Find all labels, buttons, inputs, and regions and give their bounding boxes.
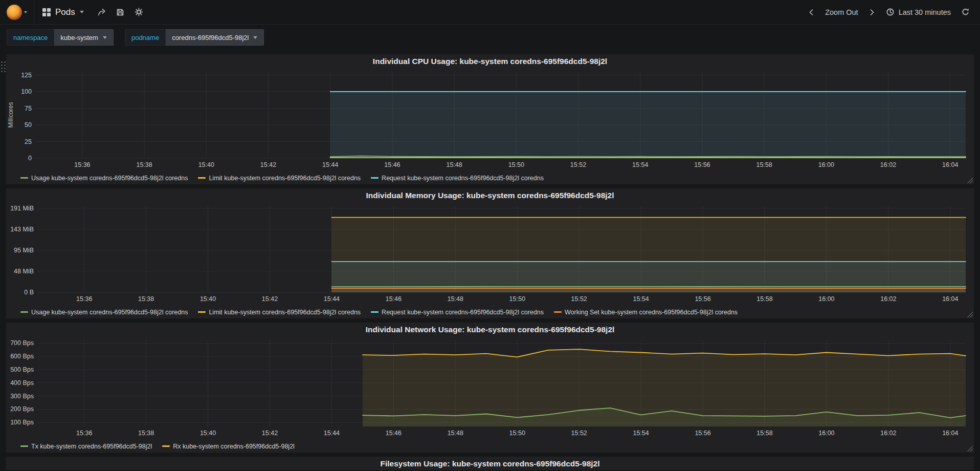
dashboard-settings-button[interactable] bbox=[129, 0, 148, 24]
time-range-label: Last 30 minutes bbox=[899, 8, 951, 16]
variable-namespace-value-dropdown[interactable]: kube-system bbox=[54, 29, 114, 46]
legend-series-color-icon bbox=[371, 177, 378, 179]
x-axis-tick-label: 16:04 bbox=[942, 430, 958, 437]
x-axis-tick-label: 15:36 bbox=[76, 295, 92, 303]
y-axis-tick-label: 95 MiB bbox=[14, 247, 34, 254]
panel-title[interactable]: Individual Memory Usage: kube-system cor… bbox=[6, 188, 974, 203]
legend-item[interactable]: Rx kube-system coredns-695f96dcd5-98j2l bbox=[162, 443, 295, 450]
x-axis-tick-label: 15:42 bbox=[262, 430, 278, 437]
legend-series-color-icon bbox=[371, 311, 378, 313]
x-axis-tick-label: 15:40 bbox=[200, 430, 216, 437]
legend-series-color-icon bbox=[20, 311, 28, 313]
top-nav-bar: Pods bbox=[0, 0, 980, 25]
legend-series-label: Limit kube-system coredns-695f96dcd5-98j… bbox=[209, 309, 361, 316]
chart-plot-area[interactable]: 15:3615:3815:4015:4215:4415:4615:4815:50… bbox=[6, 203, 974, 306]
y-axis-tick-label: 143 MiB bbox=[10, 226, 34, 233]
chevron-down-icon bbox=[253, 36, 257, 39]
nav-right-group: Zoom Out Last 30 minutes bbox=[803, 0, 975, 24]
grafana-main-menu-button[interactable] bbox=[0, 0, 34, 24]
time-range-picker-button[interactable]: Last 30 minutes bbox=[881, 0, 956, 24]
variable-namespace-label[interactable]: namespace bbox=[7, 29, 54, 46]
y-axis-tick-label: 100 bbox=[21, 88, 32, 95]
chart-plot-area[interactable]: 15:3615:3815:4015:4215:4415:4615:4815:50… bbox=[6, 69, 974, 172]
variable-podname-value: coredns-695f96dcd5-98j2l bbox=[172, 34, 249, 41]
x-axis-tick-label: 15:36 bbox=[76, 430, 92, 437]
chart-plot-area[interactable]: 15:3615:3815:4015:4215:4415:4615:4815:50… bbox=[6, 337, 974, 440]
x-axis-tick-label: 15:54 bbox=[632, 161, 648, 168]
dashboard-grid-icon bbox=[42, 8, 51, 16]
y-axis-tick-label: 125 bbox=[21, 72, 32, 79]
x-axis-tick-label: 15:38 bbox=[138, 295, 154, 303]
zoom-out-button[interactable]: Zoom Out bbox=[820, 0, 863, 24]
legend-series-color-icon bbox=[554, 311, 562, 313]
save-icon bbox=[116, 8, 124, 16]
x-axis-tick-label: 15:56 bbox=[695, 430, 710, 437]
legend-item[interactable]: Limit kube-system coredns-695f96dcd5-98j… bbox=[198, 175, 361, 182]
y-axis-tick-label: 0 B bbox=[24, 289, 34, 296]
y-axis-tick-label: 700 Bps bbox=[10, 339, 34, 347]
y-axis-tick-label: 600 Bps bbox=[10, 353, 34, 360]
legend-item[interactable]: Usage kube-system coredns-695f96dcd5-98j… bbox=[20, 309, 188, 316]
legend-series-label: Working Set kube-system coredns-695f96dc… bbox=[565, 309, 738, 316]
chart-legend: Usage kube-system coredns-695f96dcd5-98j… bbox=[6, 306, 974, 318]
x-axis-tick-label: 15:48 bbox=[448, 295, 463, 303]
y-axis-tick-label: 200 Bps bbox=[10, 405, 34, 413]
x-axis-tick-label: 15:48 bbox=[446, 161, 462, 168]
dashboard-picker-button[interactable]: Pods bbox=[34, 0, 92, 24]
share-dashboard-button[interactable] bbox=[92, 0, 111, 24]
panel-drag-handle[interactable] bbox=[1, 61, 6, 72]
y-axis-tick-label: 400 Bps bbox=[10, 379, 34, 387]
legend-item[interactable]: Request kube-system coredns-695f96dcd5-9… bbox=[371, 309, 544, 316]
variable-podname-value-dropdown[interactable]: coredns-695f96dcd5-98j2l bbox=[166, 29, 264, 46]
legend-item[interactable]: Limit kube-system coredns-695f96dcd5-98j… bbox=[198, 309, 361, 316]
x-axis-tick-label: 15:44 bbox=[322, 161, 338, 168]
legend-item[interactable]: Working Set kube-system coredns-695f96dc… bbox=[554, 309, 738, 316]
legend-series-label: Limit kube-system coredns-695f96dcd5-98j… bbox=[209, 175, 361, 182]
chevron-down-icon bbox=[24, 11, 27, 13]
x-axis-tick-label: 15:58 bbox=[756, 295, 772, 303]
time-shift-forward-button[interactable] bbox=[863, 0, 881, 24]
refresh-button[interactable] bbox=[956, 0, 975, 24]
graph-panel-3: Individual Network Usage: kube-system co… bbox=[6, 323, 974, 453]
y-axis-tick-label: 191 MiB bbox=[10, 205, 34, 212]
x-axis-tick-label: 15:58 bbox=[756, 161, 772, 168]
x-axis-tick-label: 15:38 bbox=[136, 161, 152, 168]
save-dashboard-button[interactable] bbox=[111, 0, 129, 24]
y-axis-title: Millicores bbox=[7, 102, 14, 127]
chart-legend: Tx kube-system coredns-695f96dcd5-98j2lR… bbox=[6, 440, 974, 453]
panel-resize-handle[interactable] bbox=[967, 312, 973, 317]
x-axis-tick-label: 16:00 bbox=[818, 161, 834, 168]
x-axis-tick-label: 15:56 bbox=[694, 161, 710, 168]
legend-series-color-icon bbox=[162, 445, 170, 447]
legend-item[interactable]: Request kube-system coredns-695f96dcd5-9… bbox=[371, 175, 544, 182]
variable-namespace: namespace kube-system bbox=[7, 29, 114, 46]
panel-resize-handle[interactable] bbox=[967, 446, 973, 452]
grafana-logo-icon bbox=[7, 5, 22, 20]
gear-icon bbox=[135, 8, 143, 16]
x-axis-tick-label: 15:48 bbox=[448, 430, 463, 437]
time-shift-back-button[interactable] bbox=[803, 0, 820, 24]
chevron-down-icon bbox=[103, 36, 107, 39]
x-axis-tick-label: 15:52 bbox=[571, 295, 587, 303]
x-axis-tick-label: 15:40 bbox=[200, 295, 216, 303]
x-axis-tick-label: 15:54 bbox=[633, 430, 649, 437]
panel-title[interactable]: Individual Network Usage: kube-system co… bbox=[6, 323, 974, 337]
x-axis-tick-label: 16:02 bbox=[880, 161, 896, 168]
graph-panel-1: Individual CPU Usage: kube-system coredn… bbox=[6, 54, 974, 184]
legend-item[interactable]: Tx kube-system coredns-695f96dcd5-98j2l bbox=[20, 443, 152, 450]
legend-item[interactable]: Usage kube-system coredns-695f96dcd5-98j… bbox=[20, 175, 188, 182]
template-variables-bar: namespace kube-system podname coredns-69… bbox=[0, 25, 980, 50]
x-axis-tick-label: 16:02 bbox=[880, 295, 896, 303]
legend-series-color-icon bbox=[20, 177, 28, 179]
chart-svg: 15:3615:3815:4015:4215:4415:4615:4815:50… bbox=[6, 69, 974, 172]
panel-title[interactable]: Individual CPU Usage: kube-system coredn… bbox=[6, 54, 974, 69]
panel-resize-handle[interactable] bbox=[967, 178, 973, 183]
dashboard-panels: Individual CPU Usage: kube-system coredn… bbox=[0, 50, 980, 470]
legend-series-label: Usage kube-system coredns-695f96dcd5-98j… bbox=[31, 309, 188, 316]
x-axis-tick-label: 15:54 bbox=[633, 295, 649, 303]
chevron-right-icon bbox=[868, 8, 876, 16]
y-axis-tick-label: 48 MiB bbox=[14, 268, 34, 275]
chart-legend: Usage kube-system coredns-695f96dcd5-98j… bbox=[6, 172, 974, 184]
variable-podname-label[interactable]: podname bbox=[125, 29, 166, 46]
panel-title[interactable]: Filesystem Usage: kube-system coredns-69… bbox=[6, 457, 974, 470]
